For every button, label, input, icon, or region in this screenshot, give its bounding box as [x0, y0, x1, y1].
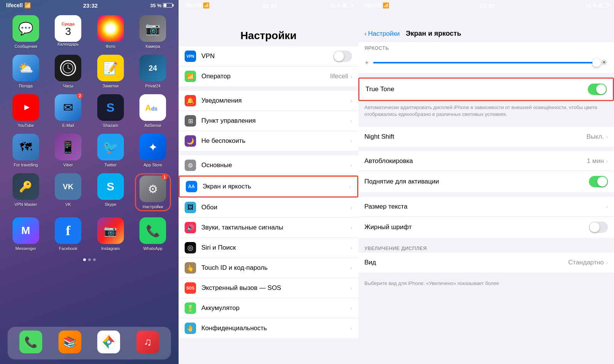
display-row-night-shift[interactable]: Night Shift Выкл. › [358, 127, 614, 147]
app-skype[interactable]: S Skype [92, 173, 129, 211]
app-weather[interactable]: ⛅ Погода [8, 55, 44, 88]
operator-label: Оператор [201, 73, 330, 80]
display-row-raise-to-wake[interactable]: Поднятие для активации [358, 171, 614, 192]
display-row-text-size[interactable]: Размер текста › [358, 197, 614, 217]
app-icon-camera: 📷 [139, 15, 166, 42]
brightness-slider[interactable] [373, 62, 597, 63]
dock-books[interactable]: 📚 [59, 331, 81, 356]
app-icon-calendar: Среда 3 [55, 15, 81, 42]
dot-3 [93, 258, 96, 261]
app-label-vk: VK [65, 202, 71, 207]
settings-row-operator[interactable]: 📶 Оператор lifecell › [179, 66, 358, 86]
app-icon-messenger: M [13, 217, 39, 244]
settings-header: Настройки [179, 11, 358, 46]
app-messages[interactable]: 💬 Сообщения [8, 15, 44, 49]
app-whatsapp[interactable]: 📞 WhatsApp [135, 217, 171, 251]
dock-music[interactable]: ♫ [136, 331, 159, 356]
app-icon-vpnmaster: 🔑 [13, 173, 39, 200]
cal-day: 3 [65, 26, 71, 37]
app-email[interactable]: ✉ 2 E-Mail [50, 94, 87, 128]
battery-icon-3 [598, 3, 608, 8]
app-vk[interactable]: VK VK [50, 173, 87, 211]
display-row-auto-lock[interactable]: Автоблокировка 1 мин › [358, 151, 614, 171]
settings-row-wallpaper[interactable]: 🖼 Обои › [179, 198, 358, 218]
true-tone-toggle[interactable] [588, 84, 607, 95]
app-label-notes: Заметки [103, 84, 119, 88]
settings-row-general[interactable]: ⚙ Основные › [179, 155, 358, 176]
settings-row-battery[interactable]: 🔋 Аккумулятор › [179, 298, 358, 318]
settings-row-privacy[interactable]: 🤚 Конфиденциальность › [179, 318, 358, 338]
settings-row-notifications[interactable]: 🔔 Уведомления › [179, 91, 358, 111]
notifications-icon: 🔔 [185, 95, 196, 106]
siri-chevron: › [350, 245, 352, 251]
brightness-thumb[interactable] [592, 59, 601, 67]
notes-icon: 📝 [103, 61, 118, 75]
app-settings[interactable]: ⚙ 1 Настройки [135, 173, 171, 211]
true-tone-group: True Tone [358, 78, 614, 101]
dock-phone[interactable]: 📞 [19, 331, 42, 356]
bold-text-toggle[interactable] [589, 222, 608, 233]
text-size-chevron: › [606, 204, 608, 210]
app-twitter[interactable]: 🐦 Twitter [92, 134, 129, 167]
settings-row-vpn[interactable]: VPN VPN [179, 46, 358, 66]
twitter-icon: 🐦 [103, 139, 119, 155]
operator-chevron: › [350, 73, 352, 79]
dnd-icon: 🌙 [185, 135, 196, 147]
app-label-calendar: Календарь [57, 42, 79, 46]
settings-row-control[interactable]: ⊞ Пункт управления › [179, 111, 358, 131]
privacy-label: Конфиденциальность [201, 324, 350, 332]
text-group: Размер текста › Жирный шрифт [358, 197, 614, 238]
app-label-youtube: YouTube [17, 123, 34, 128]
wallpaper-label: Обои [201, 204, 350, 211]
settings-row-siri[interactable]: ◎ Siri и Поиск › [179, 238, 358, 258]
settings-row-dnd[interactable]: 🌙 Не беспокоить › [179, 131, 358, 151]
battery-info-2: 35 % [330, 3, 352, 8]
vpn-toggle[interactable] [333, 51, 352, 62]
app-privat24[interactable]: 24 Privat24 [135, 55, 171, 88]
app-icon-youtube [13, 94, 39, 121]
settings-row-sos[interactable]: SOS Экстренный вызов — SOS › [179, 278, 358, 298]
carrier-label-1: lifecell [6, 2, 23, 8]
dock-phone-icon: 📞 [19, 331, 42, 353]
app-shazam[interactable]: S Shazam [92, 94, 129, 128]
app-viber[interactable]: 📱 Viber [50, 134, 87, 167]
dock-chrome[interactable] [97, 331, 120, 356]
display-row-view[interactable]: Вид Стандартно › [358, 253, 614, 272]
touchid-chevron: › [350, 265, 352, 271]
view-label: Вид [364, 259, 568, 266]
display-chevron: › [349, 184, 351, 190]
display-row-bold-text[interactable]: Жирный шрифт [358, 217, 614, 238]
touchid-label: Touch ID и код-пароль [201, 264, 350, 272]
app-camera[interactable]: 📷 Камера [135, 15, 171, 49]
app-appstore[interactable]: ✦ App Store [135, 134, 171, 167]
app-adsense[interactable]: A ds AdSense [135, 94, 171, 128]
settings-row-sounds[interactable]: 🔊 Звуки, тактильные сигналы › [179, 218, 358, 238]
weather-icon: ⛅ [18, 61, 33, 75]
app-notes[interactable]: 📝 Заметки [92, 55, 129, 88]
app-clock[interactable]: Часы [50, 55, 87, 88]
app-instagram[interactable]: 📷 Instagram [92, 217, 129, 251]
app-grid: 💬 Сообщения Среда 3 Календарь Фото 📷 Кам… [0, 11, 179, 255]
app-facebook[interactable]: f Facebook [50, 217, 87, 251]
back-button[interactable]: ‹ Настройки [364, 30, 400, 38]
app-icon-viber: 📱 [55, 134, 81, 160]
carrier-label-3: lifecell [364, 2, 381, 8]
sounds-chevron: › [350, 225, 352, 231]
settings-row-display[interactable]: AA Экран и яркость › [179, 176, 358, 198]
settings-row-touchid[interactable]: 👆 Touch ID и код-пароль › [179, 258, 358, 278]
raise-to-wake-toggle[interactable] [589, 176, 608, 187]
app-travelling[interactable]: 🗺 For travelling [8, 134, 44, 167]
app-messenger[interactable]: M Messenger [8, 217, 44, 251]
app-youtube[interactable]: YouTube [8, 94, 44, 128]
display-row-true-tone[interactable]: True Tone [359, 79, 613, 100]
app-vpnmaster[interactable]: 🔑 VPN Master [8, 173, 44, 211]
app-icon-messages: 💬 [13, 15, 39, 42]
app-photos[interactable]: Фото [92, 15, 129, 49]
app-calendar[interactable]: Среда 3 Календарь [50, 15, 87, 49]
app-icon-whatsapp: 📞 [139, 217, 166, 244]
vpnmaster-icon: 🔑 [19, 180, 32, 193]
app-icon-privat24: 24 [139, 55, 166, 81]
app-icon-vk: VK [55, 173, 81, 200]
dot-2 [88, 258, 91, 261]
status-bar-3: lifecell 📶 23:32 35 % [358, 0, 614, 11]
